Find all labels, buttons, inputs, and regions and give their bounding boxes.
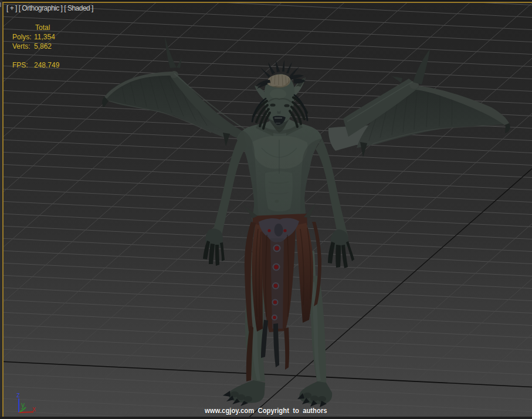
svg-text:z: z bbox=[16, 391, 20, 399]
svg-text:x: x bbox=[32, 405, 36, 413]
svg-text:y: y bbox=[21, 401, 25, 409]
